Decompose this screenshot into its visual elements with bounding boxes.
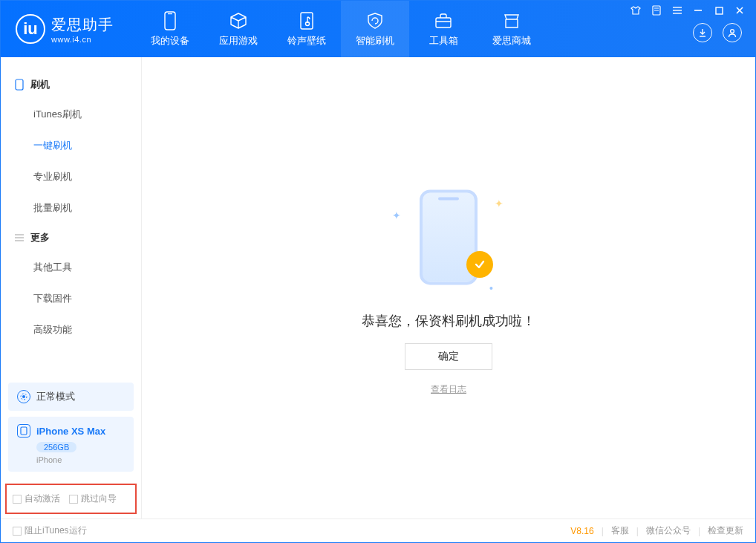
- tab-apps-games[interactable]: 应用游戏: [204, 1, 273, 57]
- sidebar-item-itunes-flash[interactable]: iTunes刷机: [1, 99, 141, 130]
- music-file-icon: [296, 10, 317, 31]
- shirt-icon[interactable]: [630, 5, 641, 16]
- minimize-button[interactable]: [693, 5, 703, 16]
- svg-rect-0: [165, 12, 175, 30]
- tab-my-device[interactable]: 我的设备: [136, 1, 204, 57]
- feedback-icon[interactable]: [651, 5, 662, 16]
- mode-icon: [17, 390, 30, 403]
- device-type: iPhone: [36, 455, 125, 464]
- brand-block: iu 爱思助手 www.i4.cn: [1, 1, 136, 57]
- sidebar-item-batch-flash[interactable]: 批量刷机: [1, 192, 141, 224]
- sparkle-icon: ✦: [495, 198, 504, 209]
- toolbox-icon: [433, 10, 454, 31]
- shield-refresh-icon: [365, 10, 385, 31]
- svg-rect-1: [168, 13, 172, 14]
- sidebar-item-pro-flash[interactable]: 专业刷机: [1, 161, 141, 192]
- tab-ringtones-wallpapers[interactable]: 铃声壁纸: [273, 1, 341, 57]
- nav-tabs: 我的设备 应用游戏 铃声壁纸 智能刷机: [136, 1, 546, 57]
- mode-label: 正常模式: [36, 390, 75, 403]
- user-icon[interactable]: [723, 23, 742, 42]
- svg-rect-11: [716, 7, 723, 14]
- sidebar-item-advanced[interactable]: 高级功能: [1, 314, 141, 345]
- title-bar: iu 爱思助手 www.i4.cn 我的设备 应用游戏: [1, 1, 755, 57]
- sparkle-icon: ✦: [392, 209, 401, 221]
- view-log-link[interactable]: 查看日志: [431, 383, 466, 396]
- logo-icon: iu: [16, 14, 45, 44]
- tab-label: 我的设备: [151, 34, 189, 48]
- support-link[interactable]: 客服: [611, 524, 629, 537]
- sidebar-group-more: 更多: [1, 224, 141, 252]
- sidebar: 刷机 iTunes刷机 一键刷机 专业刷机 批量刷机 更多 其他工具 下载固件 …: [1, 57, 142, 518]
- svg-point-19: [22, 395, 25, 398]
- window-controls: [630, 5, 745, 16]
- sidebar-item-onekey-flash[interactable]: 一键刷机: [1, 130, 141, 161]
- phone-icon: [160, 10, 180, 31]
- checkbox-label: 跳过向导: [81, 492, 117, 505]
- checkbox-label: 阻止iTunes运行: [25, 524, 87, 537]
- mode-card[interactable]: 正常模式: [8, 383, 134, 411]
- tab-store[interactable]: 爱思商城: [478, 1, 546, 57]
- tab-toolbox[interactable]: 工具箱: [409, 1, 478, 57]
- store-icon: [501, 10, 522, 31]
- brand-name: 爱思助手: [51, 15, 114, 35]
- list-icon: [14, 233, 25, 243]
- svg-point-14: [731, 30, 734, 33]
- svg-rect-2: [301, 13, 313, 29]
- device-card[interactable]: iPhone XS Max 256GB iPhone: [8, 417, 134, 472]
- svg-rect-3: [436, 18, 451, 27]
- close-button[interactable]: [734, 5, 745, 16]
- menu-icon[interactable]: [672, 5, 682, 16]
- checkbox-skip-guide[interactable]: 跳过向导: [69, 492, 117, 505]
- checkbox-icon: [13, 495, 22, 504]
- success-text: 恭喜您，保资料刷机成功啦！: [362, 312, 535, 330]
- checkbox-block-itunes[interactable]: 阻止iTunes运行: [13, 524, 87, 537]
- tab-smart-flash[interactable]: 智能刷机: [341, 1, 409, 57]
- checkbox-auto-activate[interactable]: 自动激活: [13, 492, 60, 505]
- device-name: iPhone XS Max: [36, 426, 105, 437]
- status-bar: 阻止iTunes运行 V8.16 | 客服 | 微信公众号 | 检查更新: [1, 518, 755, 542]
- sidebar-item-other-tools[interactable]: 其他工具: [1, 252, 141, 283]
- sidebar-group-title: 刷机: [30, 78, 50, 91]
- checkbox-icon: [69, 495, 78, 504]
- sidebar-item-download-firmware[interactable]: 下载固件: [1, 283, 141, 314]
- ok-button[interactable]: 确定: [405, 343, 492, 370]
- sparkle-icon: •: [489, 282, 493, 294]
- sidebar-group-title: 更多: [30, 231, 50, 244]
- version-label: V8.16: [570, 526, 593, 536]
- tab-label: 应用游戏: [219, 34, 258, 48]
- checkbox-icon: [13, 527, 22, 536]
- svg-rect-15: [16, 79, 23, 90]
- checkbox-label: 自动激活: [25, 492, 60, 505]
- brand-site: www.i4.cn: [51, 35, 114, 44]
- tab-label: 工具箱: [429, 34, 458, 48]
- app-window: iu 爱思助手 www.i4.cn 我的设备 应用游戏: [0, 0, 756, 543]
- check-badge-icon: [466, 251, 493, 278]
- maximize-button[interactable]: [714, 5, 724, 16]
- device-icon: [17, 424, 30, 438]
- tab-label: 智能刷机: [356, 34, 394, 48]
- phone-icon: [14, 79, 25, 90]
- main-panel: ✦ ✦ • 恭喜您，保资料刷机成功啦！ 确定 查看日志: [142, 57, 755, 518]
- svg-rect-21: [21, 427, 27, 435]
- download-icon[interactable]: [693, 23, 712, 42]
- tab-label: 爱思商城: [492, 34, 531, 48]
- cube-icon: [228, 10, 249, 31]
- device-storage: 256GB: [36, 442, 76, 452]
- check-update-link[interactable]: 检查更新: [708, 524, 743, 537]
- success-illustration: ✦ ✦ •: [389, 180, 508, 299]
- tab-label: 铃声壁纸: [287, 34, 326, 48]
- sidebar-group-flash: 刷机: [1, 71, 141, 99]
- highlighted-options-box: 自动激活 跳过向导: [5, 484, 137, 514]
- wechat-link[interactable]: 微信公众号: [646, 524, 691, 537]
